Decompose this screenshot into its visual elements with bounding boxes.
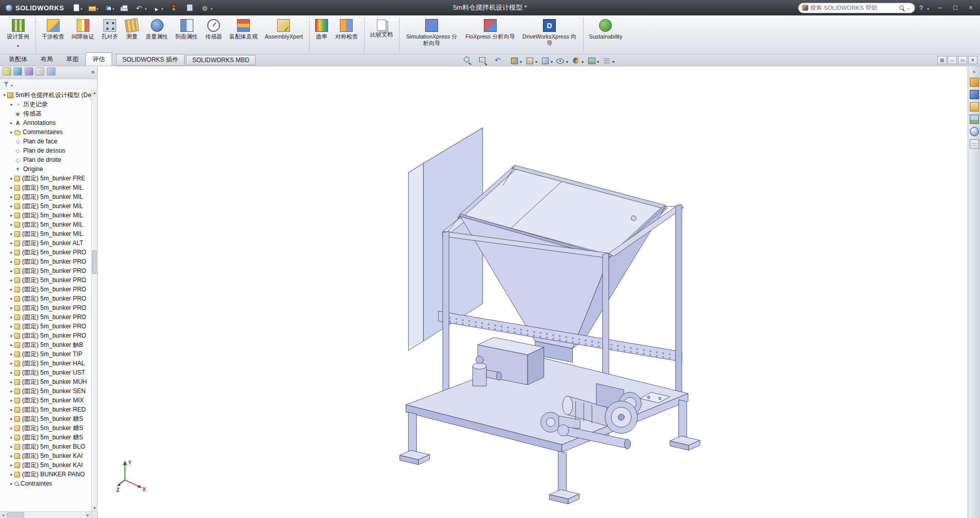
expand-arrow-icon[interactable] — [9, 359, 14, 368]
expand-arrow-icon[interactable] — [9, 100, 14, 109]
tree-item[interactable]: (固定) 5m_bunker PRO — [0, 331, 91, 340]
task-pane-icon[interactable] — [970, 139, 979, 149]
command-tab[interactable]: 评估 — [85, 52, 112, 66]
help-button[interactable]: ? — [918, 4, 924, 12]
tree-item[interactable]: (固定) 5m_bunker PRO — [0, 275, 91, 285]
ribbon-button[interactable]: 质量属性 — [142, 17, 172, 52]
search-icon[interactable] — [899, 5, 905, 11]
tree-item[interactable]: 传感器 — [0, 109, 91, 118]
dropdown-arrow-icon[interactable] — [161, 3, 165, 12]
machine-model-canvas[interactable] — [98, 66, 968, 518]
command-tab[interactable]: 布局 — [34, 53, 60, 66]
filter-funnel-icon[interactable] — [3, 81, 10, 87]
tree-item[interactable]: (固定) 5m_bunker UST — [0, 368, 91, 377]
tree-item[interactable]: (固定) 5m_bunker PRO — [0, 312, 91, 322]
tree-item[interactable]: (固定) 5m_bunker SEN — [0, 386, 91, 396]
ribbon-button[interactable]: 间隙验证 — [68, 17, 98, 52]
manager-tab-icon[interactable] — [25, 67, 33, 76]
expand-arrow-icon[interactable] — [9, 451, 14, 460]
graphics-viewport[interactable]: Y X Z — [98, 66, 968, 518]
tree-item[interactable]: (固定) 5m_bunker MUH — [0, 377, 91, 386]
dropdown-arrow-icon[interactable] — [81, 3, 84, 12]
expand-arrow-icon[interactable] — [9, 238, 14, 248]
window-tool-button[interactable] — [937, 56, 947, 64]
expand-arrow-icon[interactable] — [9, 349, 14, 359]
view-tool-button[interactable] — [494, 55, 507, 65]
ribbon-button[interactable]: 传感器 — [202, 17, 226, 52]
scrollbar-thumb[interactable] — [92, 250, 97, 274]
manager-tab-icon[interactable] — [13, 67, 22, 76]
view-tool-button[interactable] — [540, 55, 554, 65]
chevron-down-icon[interactable] — [580, 56, 585, 65]
expand-arrow-icon[interactable] — [9, 442, 14, 451]
quick-tool-button[interactable] — [169, 2, 182, 13]
tree-item[interactable]: (固定) 5m_bunker MIL — [0, 183, 91, 192]
expand-arrow-icon[interactable] — [9, 312, 14, 322]
scroll-left-icon[interactable] — [0, 512, 6, 518]
dropdown-arrow-icon[interactable] — [145, 3, 149, 12]
expand-arrow-icon[interactable] — [9, 322, 14, 331]
tree-item[interactable]: (固定) 5m_bunker KAI — [0, 451, 91, 460]
expand-arrow-icon[interactable] — [9, 266, 14, 275]
tree-item[interactable]: (固定) 5m_bunker BLO — [0, 442, 91, 451]
ribbon-button[interactable]: DriveWorksXpress 向导 — [519, 17, 580, 52]
panel-vertical-scrollbar[interactable] — [91, 90, 97, 511]
task-pane-icon[interactable] — [970, 90, 979, 99]
expand-arrow-icon[interactable] — [9, 386, 14, 396]
quick-tool-button[interactable] — [88, 2, 100, 13]
tree-item[interactable]: (固定) 5m_bunker PRO — [0, 257, 91, 266]
window-tool-button[interactable] — [958, 56, 967, 64]
expand-arrow-icon[interactable] — [9, 479, 14, 488]
chevron-down-icon[interactable] — [519, 56, 523, 65]
chevron-down-icon[interactable] — [611, 56, 615, 65]
view-tool-button[interactable] — [509, 55, 523, 65]
dropdown-arrow-icon[interactable] — [113, 3, 116, 12]
manager-tab-icon[interactable] — [35, 67, 44, 76]
ribbon-button[interactable]: 测量 — [122, 17, 142, 52]
expand-arrow-icon[interactable] — [9, 257, 14, 266]
task-pane-icon[interactable] — [970, 102, 979, 112]
expand-arrow-icon[interactable] — [9, 211, 14, 220]
dropdown-arrow-icon[interactable] — [97, 3, 100, 12]
expand-arrow-icon[interactable] — [9, 423, 14, 433]
command-tab[interactable]: 装配体 — [2, 53, 34, 66]
help-dropdown-icon[interactable] — [927, 3, 931, 12]
chevron-down-icon[interactable] — [596, 56, 600, 65]
quick-tool-button[interactable] — [153, 2, 165, 13]
tree-item[interactable]: (固定) 5m_bunker MIL — [0, 211, 91, 220]
ribbon-button[interactable]: 比较文档 — [364, 17, 396, 52]
ribbon-button[interactable]: 曲率 — [309, 17, 332, 52]
tree-item[interactable]: (固定) 5m_bunker PRO — [0, 285, 91, 294]
tree-item[interactable]: (固定) 5m_bunker 糖S — [0, 423, 91, 433]
expand-arrow-icon[interactable] — [9, 248, 14, 257]
tree-item[interactable]: (固定) 5m_bunker MIL — [0, 220, 91, 229]
expand-arrow-icon[interactable] — [9, 201, 14, 211]
panel-chevron[interactable]: » — [91, 68, 95, 76]
view-tool-button[interactable] — [586, 55, 600, 65]
tree-item[interactable]: (固定) 5m_bunker MIL — [0, 201, 91, 211]
expand-arrow-icon[interactable] — [9, 174, 14, 183]
view-tool-button[interactable] — [463, 55, 477, 65]
maximize-button[interactable]: □ — [949, 0, 961, 15]
ribbon-button[interactable]: AssemblyXpert — [261, 17, 306, 52]
tree-item[interactable]: (固定) 5m_bunker PRO — [0, 294, 91, 303]
tree-item[interactable]: (固定) 5m_bunker KAI — [0, 460, 91, 470]
scroll-down-icon[interactable] — [92, 505, 98, 511]
quick-tool-button[interactable] — [72, 2, 84, 13]
expand-arrow-icon[interactable] — [9, 340, 14, 349]
tree-item[interactable]: Origine — [0, 164, 91, 174]
tree-item[interactable]: (固定) 5m_bunker PRO — [0, 303, 91, 312]
tree-item[interactable]: Annotations — [0, 118, 91, 127]
ribbon-button[interactable]: 对称检查 — [332, 17, 361, 52]
tree-item[interactable]: (固定) 5m_bunker 触B — [0, 340, 91, 349]
view-tool-button[interactable] — [571, 55, 585, 65]
minimize-button[interactable]: – — [934, 0, 946, 15]
tree-item[interactable]: (固定) 5m_bunker RED — [0, 405, 91, 414]
expand-arrow-icon[interactable] — [9, 303, 14, 312]
tree-item[interactable]: (固定) BUNKER PANO — [0, 470, 91, 479]
view-tool-button[interactable] — [555, 55, 569, 65]
expand-arrow-icon[interactable] — [9, 396, 14, 405]
tree-item[interactable]: Plan de droite — [0, 155, 91, 164]
quick-tool-button[interactable] — [120, 2, 132, 13]
ribbon-button[interactable]: 设计算例 — [3, 17, 33, 52]
